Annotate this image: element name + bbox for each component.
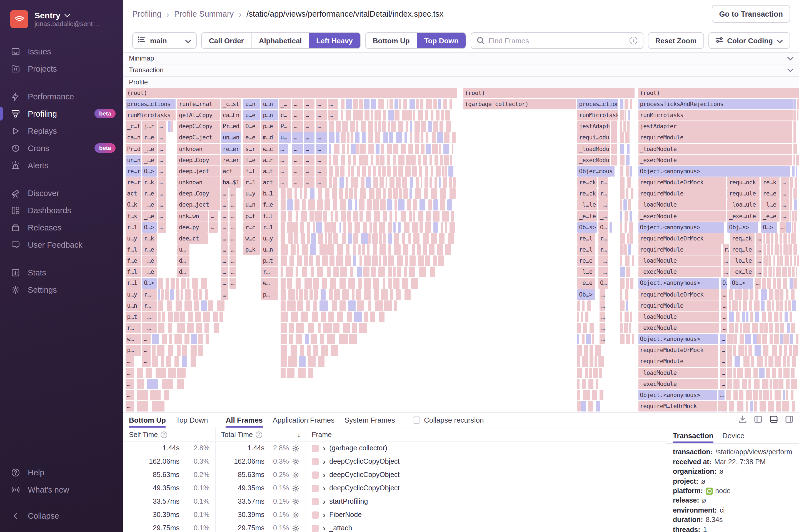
flame-frame-sliver[interactable] [165,289,169,300]
flame-frame-sliver[interactable] [780,289,783,300]
flame-frame-sliver[interactable] [789,177,793,188]
flame-frame[interactable]: … [158,144,166,154]
flame-frame[interactable]: Ob…> [577,289,595,300]
flame-frame-sliver[interactable] [371,110,373,120]
flame-frame-sliver[interactable] [388,278,392,288]
flame-frame[interactable]: requ…ock [727,177,760,188]
flame-frame-sliver[interactable] [281,334,287,344]
flame-frame-sliver[interactable] [171,121,173,132]
flame-frame-sliver[interactable] [329,121,334,132]
flame-frame[interactable]: … [721,289,727,300]
flame-frame-sliver[interactable] [420,99,424,109]
flame-frame[interactable]: Object.<anonymous> [638,166,790,176]
flame-frame[interactable]: … [158,211,166,221]
flame-frame-sliver[interactable] [722,401,726,412]
flame-frame-sliver[interactable] [429,244,434,255]
flame-frame-sliver[interactable] [414,121,420,132]
flame-frame[interactable]: … [316,99,327,109]
flame-frame-sliver[interactable] [309,211,314,221]
flame-frame[interactable]: r… [142,289,156,300]
table-row[interactable]: 162.06ms0.3%162.06ms0.3%›deepCyclicCopyO… [123,455,666,469]
flame-frame-sliver[interactable] [285,267,293,278]
flame-frame-sliver[interactable] [763,267,766,278]
flame-frame-sliver[interactable] [297,300,303,311]
flame-frame[interactable]: r… [598,244,608,255]
flame-frame[interactable]: … [600,311,605,322]
flame-frame-sliver[interactable] [421,144,424,154]
flame-frame[interactable]: … [781,200,789,210]
flame-frame[interactable]: dee…ct [177,233,207,244]
flame-frame-sliver[interactable] [398,222,401,232]
flame-frame[interactable]: _lo…le [730,255,755,266]
flame-frame-sliver[interactable] [372,233,378,244]
flame-frame-sliver[interactable] [577,345,582,356]
flame-frame[interactable]: u…n [261,244,278,255]
flame-frame-sliver[interactable] [168,323,172,333]
flame-frame[interactable]: … [229,200,236,210]
flame-frame-sliver[interactable] [631,188,633,199]
flame-frame-sliver[interactable] [620,222,622,232]
flame-frame-sliver[interactable] [773,278,775,288]
flame-frame-sliver[interactable] [345,177,348,188]
chevron-down-icon[interactable] [787,66,794,74]
flame-frame-sliver[interactable] [378,267,385,278]
flame-frame-sliver[interactable] [194,300,199,311]
flame-frame[interactable]: unknown [177,144,220,154]
flame-frame-sliver[interactable] [415,188,421,199]
flame-frame-sliver[interactable] [444,132,449,143]
flame-frame-sliver[interactable] [624,244,627,255]
flame-frame-sliver[interactable] [357,300,364,311]
flame-frame-sliver[interactable] [403,188,408,199]
flame-frame[interactable]: _l…le [577,200,597,210]
flame-frame-sliver[interactable] [598,356,604,367]
flame-frame-sliver[interactable] [368,144,374,154]
flame-frame-sliver[interactable] [321,345,328,356]
flame-frame-sliver[interactable] [628,200,631,210]
flame-frame-sliver[interactable] [361,121,366,132]
flame-frame-sliver[interactable] [171,278,175,288]
flame-frame-sliver[interactable] [788,244,793,255]
flame-frame-sliver[interactable] [620,144,624,154]
flame-frame-sliver[interactable] [779,345,782,356]
flame-frame[interactable]: … [229,188,236,199]
flame-frame-sliver[interactable] [434,177,437,188]
flame-frame-sliver[interactable] [405,132,407,143]
flame-frame-sliver[interactable] [393,188,398,199]
flame-frame-sliver[interactable] [336,132,340,143]
flame-frame-sliver[interactable] [423,155,427,166]
transaction-section-header[interactable]: Transaction [123,64,799,76]
frame-settings-gear-icon[interactable] [292,445,301,452]
flame-frame-sliver[interactable] [626,188,628,199]
flame-frame-sliver[interactable] [596,401,600,412]
flame-frame-sliver[interactable] [587,300,592,311]
flame-frame[interactable]: r…1 [125,222,141,232]
table-row[interactable]: 33.57ms0.1%33.57ms0.1%›startProfiling [123,495,666,508]
flame-frame-sliver[interactable] [394,278,400,288]
flame-frame[interactable]: runTe…rnal [177,99,220,109]
flame-frame-sliver[interactable] [184,300,191,311]
flame-frame[interactable]: … [158,222,166,232]
flame-frame[interactable]: proces…ctions [577,99,618,109]
flame-frame-sliver[interactable] [393,267,396,278]
flame-frame-sliver[interactable] [577,300,580,311]
flame-frame[interactable]: proces…ctions [125,99,175,109]
flame-frame-sliver[interactable] [624,323,628,333]
flame-frame[interactable]: … [720,356,726,367]
flame-frame-sliver[interactable] [779,244,782,255]
flame-frame-sliver[interactable] [733,379,739,389]
flame-frame-sliver[interactable] [287,300,296,311]
flame-frame[interactable]: w…c [261,144,278,154]
flame-frame-sliver[interactable] [780,300,783,311]
flame-frame-sliver[interactable] [334,233,339,244]
flame-frame-sliver[interactable] [762,278,766,288]
find-frames-input[interactable] [488,36,626,45]
flame-frame[interactable]: c… [279,110,291,120]
flame-frame-sliver[interactable] [734,334,737,344]
flame-frame-sliver[interactable] [281,345,287,356]
flame-frame-sliver[interactable] [357,267,362,278]
flame-frame-sliver[interactable] [168,121,170,132]
flame-frame-sliver[interactable] [394,110,400,120]
flame-frame[interactable]: … [221,233,228,244]
flame-frame-sliver[interactable] [387,200,391,210]
flame-frame-sliver[interactable] [288,289,295,300]
